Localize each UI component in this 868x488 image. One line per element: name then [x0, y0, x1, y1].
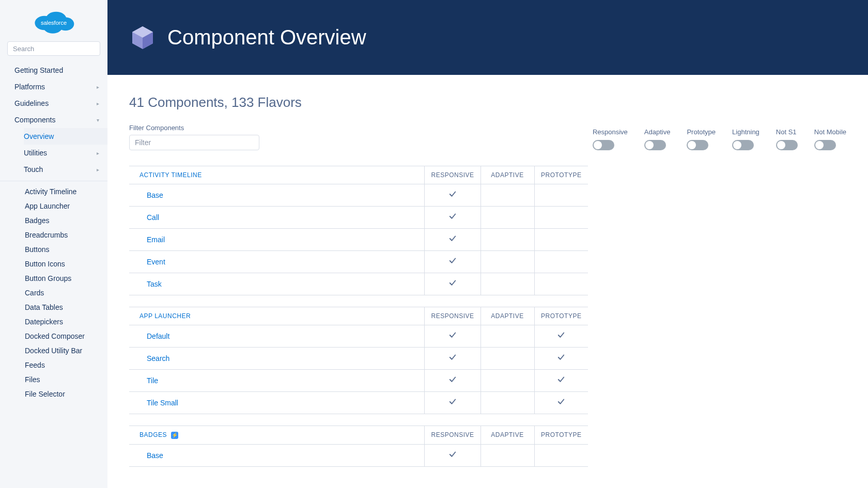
nav-component-feeds[interactable]: Feeds [0, 358, 107, 372]
nav-component-file-selector[interactable]: File Selector [0, 387, 107, 401]
indicator-prototype [534, 325, 588, 348]
nav-component-docked-utility-bar[interactable]: Docked Utility Bar [0, 343, 107, 358]
flavor-link[interactable]: Email [147, 235, 165, 244]
nav-item-label: Getting Started [14, 66, 63, 74]
flavor-name-cell: Base [129, 444, 425, 466]
indicator-prototype [534, 348, 588, 370]
nav-item-platforms[interactable]: Platforms▸ [0, 78, 107, 95]
nav-component-app-launcher[interactable]: App Launcher [0, 199, 107, 213]
chevron-down-icon: ▾ [97, 117, 99, 123]
toggle-not-s1[interactable] [776, 140, 798, 150]
chevron-right-icon: ▸ [97, 150, 99, 156]
nav-component-datepickers[interactable]: Datepickers [0, 314, 107, 329]
nav-component-files[interactable]: Files [0, 372, 107, 387]
page-title: Component Overview [167, 26, 366, 49]
flavor-name-cell: Call [129, 207, 425, 229]
nav-component-docked-composer[interactable]: Docked Composer [0, 329, 107, 343]
indicator-adaptive [481, 392, 534, 414]
col-header-responsive: RESPONSIVE [425, 307, 481, 325]
indicator-responsive [425, 444, 481, 466]
flavor-link[interactable]: Base [147, 191, 163, 199]
group-header-link[interactable]: ACTIVITY TIMELINE [129, 166, 425, 184]
col-header-prototype: PROTOTYPE [534, 166, 588, 184]
flavor-name-cell: Email [129, 229, 425, 251]
table-row: Call [129, 207, 588, 229]
check-icon [556, 375, 566, 384]
check-icon [448, 256, 457, 265]
col-header-adaptive: ADAPTIVE [481, 426, 534, 445]
check-icon [556, 353, 566, 362]
nav-component-badges[interactable]: Badges [0, 213, 107, 228]
flavor-link[interactable]: Event [147, 258, 165, 266]
sidebar: salesforce Getting StartedPlatforms▸Guid… [0, 0, 107, 488]
check-icon [448, 353, 457, 362]
table-row: Event [129, 251, 588, 273]
filter-input[interactable] [129, 135, 259, 150]
toggle-col-not-s1: Not S1 [776, 128, 798, 150]
toggle-label: Lightning [732, 128, 760, 136]
nav-component-activity-timeline[interactable]: Activity Timeline [0, 184, 107, 199]
group-header-link[interactable]: APP LAUNCHER [129, 307, 425, 325]
indicator-adaptive [481, 229, 534, 251]
indicator-responsive [425, 184, 481, 207]
component-cube-icon [129, 24, 156, 51]
nav-item-components[interactable]: Components▾ [0, 112, 107, 128]
col-header-prototype: PROTOTYPE [534, 426, 588, 445]
flavor-name-cell: Base [129, 184, 425, 207]
table-row: Email [129, 229, 588, 251]
toggle-not-mobile[interactable] [814, 140, 836, 150]
toggle-lightning[interactable] [732, 140, 754, 150]
flavor-link[interactable]: Base [147, 451, 163, 460]
hero: Component Overview [107, 0, 868, 75]
nav-component-cards[interactable]: Cards [0, 286, 107, 300]
nav-item-getting-started[interactable]: Getting Started [0, 62, 107, 78]
toggle-prototype[interactable] [687, 140, 708, 150]
nav-component-data-tables[interactable]: Data Tables [0, 300, 107, 314]
nav-component-button-groups[interactable]: Button Groups [0, 271, 107, 286]
chevron-right-icon: ▸ [97, 167, 99, 172]
nav-item-guidelines[interactable]: Guidelines▸ [0, 95, 107, 112]
nav-sub-item-touch[interactable]: Touch▸ [24, 161, 107, 178]
indicator-prototype [534, 392, 588, 414]
toggle-adaptive[interactable] [644, 140, 666, 150]
col-header-adaptive: ADAPTIVE [481, 307, 534, 325]
indicator-adaptive [481, 251, 534, 273]
nav-item-label: Platforms [14, 83, 45, 91]
check-icon [448, 330, 457, 340]
flavor-name-cell: Search [129, 348, 425, 370]
indicator-responsive [425, 207, 481, 229]
search-input[interactable] [7, 41, 100, 56]
indicator-adaptive [481, 273, 534, 295]
indicator-adaptive [481, 184, 534, 207]
nav-component-button-icons[interactable]: Button Icons [0, 257, 107, 271]
table-row: Search [129, 348, 588, 370]
flavor-link[interactable]: Default [147, 332, 169, 340]
toggle-label: Not Mobile [814, 128, 846, 136]
group-header-link[interactable]: BADGES⚡ [129, 426, 425, 445]
nav-sub-item-utilities[interactable]: Utilities▸ [24, 145, 107, 161]
flavor-name-cell: Tile Small [129, 392, 425, 414]
indicator-prototype [534, 370, 588, 392]
lightning-badge-icon: ⚡ [171, 432, 178, 439]
salesforce-logo: salesforce [29, 4, 79, 37]
flavor-link[interactable]: Call [147, 213, 159, 222]
nav-item-label: Utilities [24, 149, 47, 157]
flavor-link[interactable]: Search [147, 354, 169, 363]
indicator-responsive [425, 325, 481, 348]
flavor-link[interactable]: Task [147, 280, 162, 288]
flavor-link[interactable]: Tile [147, 376, 158, 385]
table-row: Tile [129, 370, 588, 392]
col-header-adaptive: ADAPTIVE [481, 166, 534, 184]
check-icon [448, 450, 457, 459]
flavor-link[interactable]: Tile Small [147, 399, 178, 407]
summary-text: 41 Components, 133 Flavors [129, 95, 846, 111]
flavor-name-cell: Tile [129, 370, 425, 392]
toggle-responsive[interactable] [593, 140, 614, 150]
col-header-responsive: RESPONSIVE [425, 426, 481, 445]
table-row: Task [129, 273, 588, 295]
nav-sub-item-overview[interactable]: Overview [24, 128, 107, 145]
toggle-label: Prototype [687, 128, 716, 136]
nav-component-buttons[interactable]: Buttons [0, 242, 107, 257]
indicator-responsive [425, 370, 481, 392]
nav-component-breadcrumbs[interactable]: Breadcrumbs [0, 228, 107, 242]
